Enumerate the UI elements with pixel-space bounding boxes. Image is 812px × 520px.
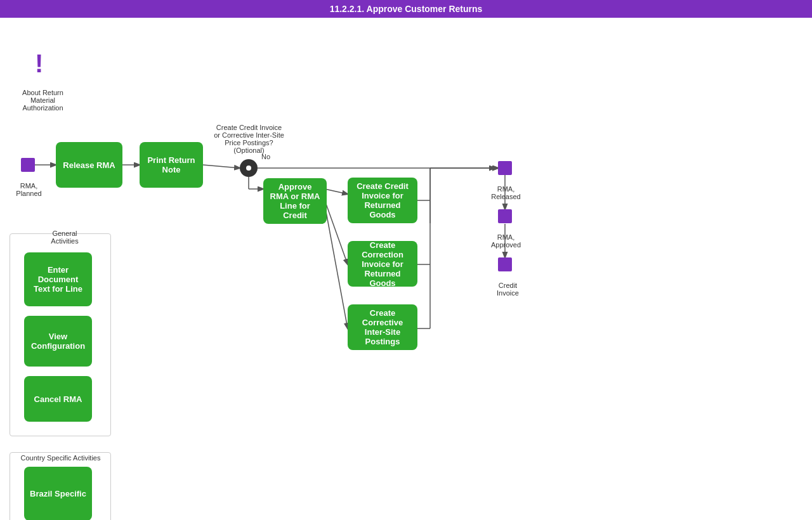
svg-line-8 — [325, 189, 348, 194]
rma-approved-label: RMA, Approved — [488, 226, 523, 249]
view-configuration-box[interactable]: View Configuration — [24, 316, 92, 367]
svg-line-14 — [325, 205, 348, 328]
no-label: No — [261, 153, 270, 160]
decision-label: Create Credit Invoice or Corrective Inte… — [200, 116, 298, 154]
credit-invoice-label: Credit Invoice — [490, 274, 525, 297]
print-return-note-box[interactable]: Print Return Note — [140, 142, 203, 188]
country-specific-title: Country Specific Activities — [18, 454, 103, 462]
enter-doc-text-box[interactable]: Enter Document Text for Line — [24, 252, 92, 306]
title-bar: 11.2.2.1. Approve Customer Returns — [0, 0, 812, 18]
approve-rma-box[interactable]: Approve RMA or RMA Line for Credit — [263, 178, 327, 224]
brazil-specific-box[interactable]: Brazil Specific — [24, 467, 92, 520]
rma-released-label: RMA, Released — [488, 178, 523, 200]
info-icon: ! — [35, 51, 43, 76]
info-label: About Return Material Authorization — [13, 81, 73, 112]
svg-line-12 — [325, 200, 348, 264]
credit-invoice-node — [498, 257, 512, 271]
gateway-node — [240, 159, 258, 177]
cancel-rma-box[interactable]: Cancel RMA — [24, 376, 92, 422]
create-correction-invoice-box[interactable]: Create Correction Invoice for Returned G… — [348, 241, 417, 287]
rma-planned-node — [21, 158, 35, 172]
rma-released-node — [498, 161, 512, 175]
page-title: 11.2.2.1. Approve Customer Returns — [330, 4, 483, 14]
general-activities-title: General Activities — [36, 222, 93, 245]
rma-planned-label: RMA, Planned — [11, 174, 46, 197]
create-corrective-intersite-box[interactable]: Create Corrective Inter-Site Postings — [348, 304, 417, 350]
svg-line-2 — [203, 165, 240, 168]
release-rma-box[interactable]: Release RMA — [56, 142, 122, 188]
create-credit-invoice-box[interactable]: Create Credit Invoice for Returned Goods — [348, 178, 417, 223]
rma-approved-node — [498, 209, 512, 223]
